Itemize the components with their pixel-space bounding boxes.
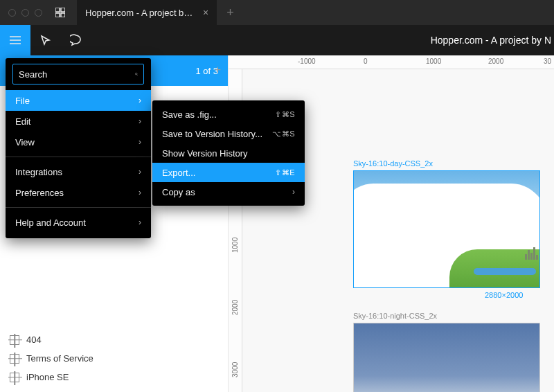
close-window[interactable] — [8, 9, 16, 17]
svg-rect-3 — [61, 13, 65, 17]
menu-label: View — [15, 137, 35, 148]
artboard-list: 404 Terms of Service iPhone SE — [0, 325, 228, 392]
submenu-export[interactable]: Export... ⇧⌘E — [152, 163, 305, 182]
maximize-window[interactable] — [35, 9, 42, 17]
artboard-title: Sky-16:10-day-CSS_2x — [353, 159, 540, 168]
menu-integrations[interactable]: Integrations › — [6, 161, 151, 182]
grid-icon[interactable] — [51, 8, 70, 17]
submenu-label: Copy as — [162, 187, 195, 197]
frame-icon — [10, 373, 19, 382]
svg-rect-2 — [55, 13, 60, 17]
minimize-window[interactable] — [21, 9, 29, 17]
move-tool[interactable] — [30, 25, 61, 55]
river-shape — [474, 268, 536, 275]
artboard-night[interactable]: Sky-16:10-night-CSS_2x — [353, 312, 540, 392]
chevron-right-icon: › — [138, 137, 141, 147]
separator — [6, 207, 151, 208]
window-controls — [0, 9, 51, 17]
svg-rect-1 — [61, 8, 65, 12]
ruler-tick: 3000 — [231, 362, 239, 377]
artboard-day[interactable]: Sky-16:10-day-CSS_2x 2880×2000 — [353, 159, 540, 288]
menu-label: Edit — [15, 116, 30, 127]
artboard-label: iPhone SE — [26, 372, 69, 382]
ruler-tick: 2000 — [231, 300, 239, 315]
submenu-save-as-fig[interactable]: Save as .fig... ⇧⌘S — [152, 105, 305, 124]
close-icon[interactable]: × — [203, 7, 208, 18]
artboard-title: Sky-16:10-night-CSS_2x — [353, 312, 540, 320]
ruler-tick: 2000 — [488, 57, 503, 65]
tab-active[interactable]: Hopper.com - A project by Nara… × — [77, 0, 217, 25]
menu-view[interactable]: View › — [6, 132, 151, 152]
ruler-tick: 30 — [544, 57, 551, 65]
chevron-right-icon: › — [138, 217, 141, 227]
toolbar: Hopper.com - A project by N — [0, 25, 554, 55]
titlebar: Hopper.com - A project by Nara… × + — [0, 0, 554, 25]
menu-label: Integrations — [15, 167, 62, 177]
submenu-label: Save as .fig... — [162, 109, 217, 120]
ruler-tick: 1000 — [231, 238, 239, 253]
menu-help[interactable]: Help and Account › — [6, 212, 151, 233]
menu-label: File — [15, 96, 30, 106]
submenu-label: Show Version History — [162, 148, 248, 159]
artboard-label: Terms of Service — [26, 353, 93, 364]
frame-icon — [10, 354, 19, 364]
search-input[interactable] — [19, 69, 135, 80]
artboard-frame[interactable] — [353, 170, 540, 288]
list-item[interactable]: Terms of Service — [0, 349, 228, 368]
submenu-label: Export... — [162, 168, 195, 178]
svg-rect-0 — [55, 8, 60, 12]
separator — [6, 157, 151, 157]
chevron-right-icon: › — [138, 188, 141, 197]
artboard-frame[interactable] — [353, 323, 540, 392]
file-submenu: Save as .fig... ⇧⌘S Save to Version Hist… — [152, 100, 305, 206]
chevron-right-icon: › — [138, 96, 141, 105]
chevron-right-icon: › — [292, 187, 295, 197]
menu-preferences[interactable]: Preferences › — [6, 182, 151, 203]
shortcut: ⇧⌘E — [275, 168, 295, 177]
page-title: Hopper.com - A project by N — [431, 35, 554, 46]
main-menu: File › Edit › View › Integrations › Pref… — [6, 58, 151, 238]
dimensions-label: 2880×2000 — [485, 291, 523, 299]
frame-icon — [10, 335, 19, 345]
menu-edit[interactable]: Edit › — [6, 111, 151, 132]
new-tab-button[interactable]: + — [217, 6, 244, 20]
menu-label: Preferences — [15, 188, 64, 198]
search-icon — [135, 69, 138, 79]
hamburger-menu-button[interactable] — [0, 25, 30, 55]
svg-line-8 — [137, 75, 138, 75]
shortcut: ⇧⌘S — [275, 110, 295, 119]
submenu-save-version[interactable]: Save to Version History... ⌥⌘S — [152, 124, 305, 143]
menu-file[interactable]: File › — [6, 90, 151, 111]
list-item[interactable]: iPhone SE — [0, 368, 228, 386]
chevron-right-icon: › — [138, 167, 141, 177]
cloud-shape — [353, 184, 540, 260]
search-box[interactable] — [12, 64, 144, 84]
ruler-tick: -1000 — [298, 57, 316, 65]
ruler-horizontal: -1000 0 1000 2000 30 — [229, 55, 554, 69]
list-item[interactable]: 404 — [0, 330, 228, 349]
submenu-show-version[interactable]: Show Version History — [152, 143, 305, 163]
comment-tool[interactable] — [61, 25, 91, 55]
shortcut: ⌥⌘S — [272, 130, 295, 139]
submenu-label: Save to Version History... — [162, 129, 262, 139]
tab-title: Hopper.com - A project by Nara… — [85, 8, 196, 18]
submenu-copy-as[interactable]: Copy as › — [152, 182, 305, 202]
svg-point-7 — [135, 73, 137, 75]
ruler-tick: 1000 — [426, 57, 441, 65]
artboard-label: 404 — [26, 335, 42, 345]
city-shape — [525, 247, 538, 260]
menu-label: Help and Account — [15, 217, 86, 228]
chevron-right-icon: › — [138, 116, 141, 126]
add-page-button[interactable]: + — [215, 64, 221, 76]
ruler-tick: 0 — [364, 57, 368, 65]
